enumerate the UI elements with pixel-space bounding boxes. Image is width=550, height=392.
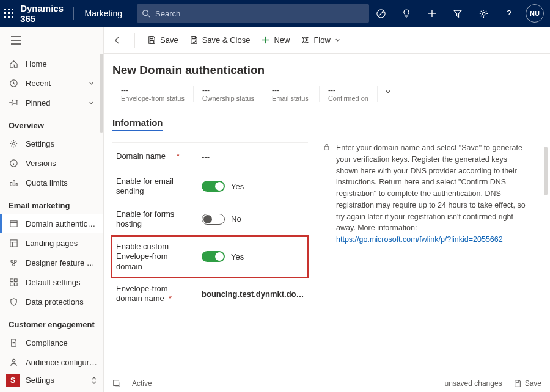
gear-icon[interactable] — [472, 0, 495, 27]
search-wrap — [137, 4, 369, 23]
nav-home[interactable]: Home — [0, 54, 103, 73]
status-envelope[interactable]: --- Envelope-from status — [112, 86, 194, 102]
hamburger-button[interactable] — [11, 36, 22, 45]
group-overview: Overview — [0, 112, 103, 134]
domain-icon — [9, 219, 18, 228]
nav-compliance[interactable]: Compliance — [0, 333, 103, 352]
record-status: Active — [132, 379, 152, 388]
field-enable-email[interactable]: Enable for email sending Yes — [112, 170, 308, 203]
sidebar-scroll: Home Recent Pinned Overview Settings Ver… — [0, 54, 103, 368]
toggle-enable-custom-envelope[interactable] — [202, 251, 225, 262]
popout-icon[interactable] — [112, 379, 121, 388]
top-bar: Dynamics 365 Marketing NU — [0, 0, 550, 27]
toggle-label: Yes — [231, 182, 244, 191]
nav-label: Landing pages — [26, 239, 78, 248]
module-label[interactable]: Marketing — [78, 9, 130, 18]
layout-icon — [9, 277, 18, 287]
status-confirmed[interactable]: --- Confirmed on — [320, 86, 378, 102]
svg-line-10 — [148, 15, 150, 18]
svg-rect-34 — [10, 278, 13, 281]
status-ownership[interactable]: --- Ownership status — [194, 86, 263, 102]
page-title: New Domain authentication — [112, 64, 532, 77]
nav-landing[interactable]: Landing pages — [0, 233, 103, 253]
cmd-label: New — [274, 35, 290, 45]
save-icon — [147, 35, 156, 45]
svg-point-30 — [14, 260, 16, 262]
area-switcher[interactable]: S Settings — [0, 368, 103, 392]
nav-data-protection[interactable]: Data protections — [0, 292, 103, 311]
search-input[interactable] — [154, 9, 364, 19]
status-expand[interactable] — [378, 86, 398, 97]
svg-rect-0 — [4, 9, 6, 10]
footer: Active unsaved changes Save — [104, 374, 550, 392]
tab-information[interactable]: Information — [112, 117, 163, 131]
toggle-label: No — [231, 214, 241, 223]
avatar[interactable]: NU — [526, 4, 544, 23]
field-envelope-domain[interactable]: Envelope-from domain name * bouncing.tes… — [112, 278, 308, 310]
svg-rect-4 — [8, 12, 10, 14]
svg-point-14 — [482, 12, 485, 15]
field-domain-name[interactable]: Domain name * --- — [112, 142, 308, 170]
info-column: Enter your domain name and select "Save"… — [323, 142, 532, 310]
field-label: Enable for email sending — [116, 176, 196, 197]
info-link[interactable]: https://go.microsoft.com/fwlink/p/?linki… — [336, 235, 503, 244]
search-box[interactable] — [137, 4, 369, 23]
svg-rect-21 — [10, 182, 12, 186]
svg-rect-3 — [4, 12, 6, 14]
shield-icon — [9, 297, 18, 307]
target-icon[interactable] — [369, 0, 392, 27]
toggle-wrap: Yes — [202, 181, 244, 192]
toggle-enable-email[interactable] — [202, 181, 225, 192]
status-email[interactable]: --- Email status — [263, 86, 320, 102]
new-button[interactable]: New — [261, 35, 290, 45]
lightbulb-icon[interactable] — [395, 0, 418, 27]
footer-save-button[interactable]: Save — [513, 379, 541, 388]
quota-icon — [9, 178, 18, 187]
nav-versions[interactable]: Versions — [0, 153, 103, 173]
field-enable-forms[interactable]: Enable for forms hosting No — [112, 203, 308, 236]
unsaved-label: unsaved changes — [445, 379, 502, 388]
info-text: Enter your domain name and select "Save"… — [336, 142, 529, 245]
toggle-enable-forms[interactable] — [202, 214, 225, 225]
cmd-label: Flow — [314, 35, 330, 45]
nav-domain-auth[interactable]: Domain authentic… — [0, 214, 103, 233]
page: New Domain authentication --- Envelope-f… — [104, 54, 550, 374]
toggle-wrap: No — [202, 214, 241, 225]
nav-quota[interactable]: Quota limits — [0, 173, 103, 192]
nav-label: Pinned — [26, 98, 50, 107]
sidebar-scrollbar[interactable] — [100, 54, 103, 133]
field-label: Enable custom Envelope-from domain — [116, 242, 196, 272]
svg-point-19 — [12, 142, 15, 145]
lock-icon — [323, 143, 331, 151]
chevron-down-icon — [334, 37, 341, 43]
filter-icon[interactable] — [446, 0, 469, 27]
save-button[interactable]: Save — [147, 35, 178, 45]
status-label: Confirmed on — [328, 95, 369, 102]
cmd-label: Save & Close — [202, 35, 251, 45]
svg-rect-36 — [10, 283, 13, 286]
highlight-box: Enable custom Envelope-from domain Yes — [111, 235, 309, 278]
status-value: --- — [328, 86, 369, 95]
nav-recent[interactable]: Recent — [0, 73, 103, 93]
help-icon[interactable] — [497, 0, 521, 27]
nav-label: Domain authentic… — [26, 219, 95, 228]
back-button[interactable] — [112, 35, 122, 45]
cmd-label: Save — [160, 35, 178, 45]
field-value: bouncing.test.dynmkt.do… — [202, 289, 304, 299]
flow-button[interactable]: Flow — [301, 35, 340, 45]
save-close-button[interactable]: Save & Close — [189, 35, 251, 45]
brand-label[interactable]: Dynamics 365 — [14, 3, 70, 24]
nav-settings[interactable]: Settings — [0, 134, 103, 153]
nav-pinned[interactable]: Pinned — [0, 93, 103, 112]
plus-icon[interactable] — [420, 0, 444, 27]
nav-designer[interactable]: Designer feature … — [0, 253, 103, 272]
sidebar: Home Recent Pinned Overview Settings Ver… — [0, 27, 104, 392]
svg-rect-47 — [114, 380, 119, 385]
nav-defaults[interactable]: Default settings — [0, 272, 103, 292]
status-row: --- Envelope-from status --- Ownership s… — [112, 82, 532, 106]
nav-audience[interactable]: Audience configur… — [0, 352, 103, 368]
app-launcher-button[interactable] — [4, 0, 14, 27]
content-scrollbar[interactable] — [544, 147, 548, 195]
svg-point-31 — [12, 263, 15, 266]
svg-rect-46 — [324, 147, 329, 150]
